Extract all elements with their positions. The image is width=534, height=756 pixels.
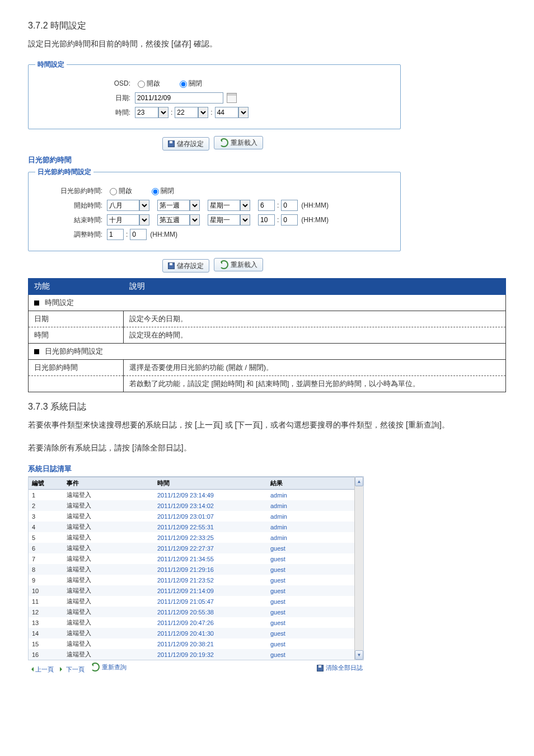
arrow-left-icon (29, 667, 34, 672)
save-icon (168, 262, 175, 269)
dst-save-label: 儲存設定 (177, 261, 204, 271)
dst-reload-label: 重新載入 (231, 260, 257, 270)
section-372-title: 3.7.2 時間設定 (28, 20, 506, 32)
log-th-result: 結果 (267, 477, 363, 490)
prev-page-button[interactable]: 上一頁 (29, 665, 54, 674)
table-row: 10遠端登入2011/12/09 21:14:09guest (29, 585, 363, 596)
save-icon (317, 665, 324, 672)
end-label: 結束時間: (35, 215, 107, 225)
osd-label: OSD: (35, 79, 135, 87)
dst-reload-button[interactable]: 重新載入 (214, 258, 263, 271)
date-label: 日期: (35, 93, 135, 103)
table-row: 9遠端登入2011/12/09 21:23:52guest (29, 575, 363, 585)
start-min-input[interactable] (281, 200, 298, 211)
time-reload-button[interactable]: 重新載入 (214, 136, 263, 149)
start-label: 開始時間: (35, 201, 107, 210)
start-month-input[interactable] (107, 200, 139, 211)
table-row: 4遠端登入2011/12/09 22:55:31admin (29, 522, 363, 532)
start-colon: : (277, 201, 279, 209)
requery-button[interactable]: 重新查詢 (91, 663, 127, 672)
scroll-up-icon[interactable]: ▲ (355, 477, 363, 486)
osd-on-text: 開啟 (147, 79, 160, 88)
start-day-select[interactable] (240, 200, 250, 211)
colon-2: : (210, 109, 212, 116)
table-row: 1遠端登入2011/12/09 23:14:49admin (29, 490, 363, 501)
end-day-input[interactable] (208, 214, 240, 226)
log-th-idx: 編號 (29, 477, 63, 490)
table-row: 8遠端登入2011/12/09 21:29:16guest (29, 564, 363, 575)
osd-off-radio[interactable]: 關閉 (177, 79, 202, 88)
save-icon (168, 140, 175, 147)
time-label: 時間: (35, 108, 135, 118)
start-hour-input[interactable] (258, 200, 275, 211)
minute-input[interactable] (175, 107, 198, 118)
adjust-colon: : (126, 231, 128, 238)
end-min-input[interactable] (281, 214, 298, 226)
end-month-select[interactable] (139, 214, 149, 226)
table-row: 7遠端登入2011/12/09 21:34:55guest (29, 553, 363, 564)
end-week-input[interactable] (157, 214, 190, 226)
end-colon: : (277, 216, 279, 224)
dst-legend: 日光節約時間設定 (35, 167, 93, 177)
reload-icon (219, 138, 228, 147)
section-372-intro: 設定日光節約時間和目前的時間，然後按 [儲存] 確認。 (28, 37, 506, 50)
next-page-button[interactable]: 下一頁 (60, 665, 85, 674)
end-month-input[interactable] (107, 214, 139, 226)
minute-select[interactable] (198, 107, 208, 118)
start-week-select[interactable] (190, 200, 200, 211)
second-select[interactable] (238, 107, 249, 118)
end-hour-input[interactable] (258, 214, 275, 226)
start-hhmm: (HH:MM) (301, 201, 329, 209)
start-week-input[interactable] (157, 200, 190, 211)
start-month-select[interactable] (139, 200, 149, 211)
table-row: 13遠端登入2011/12/09 20:47:26guest (29, 617, 363, 628)
adjust-min-input[interactable] (130, 229, 147, 240)
log-table: 編號 事件 時間 結果 1遠端登入2011/12/09 23:14:49admi… (29, 477, 363, 660)
dst-on-radio[interactable]: 開啟 (107, 186, 132, 196)
table-row: 15遠端登入2011/12/09 20:38:21guest (29, 638, 363, 649)
time-save-button[interactable]: 儲存設定 (162, 137, 209, 151)
adjust-label: 調整時間: (35, 230, 107, 240)
calendar-icon[interactable] (227, 93, 237, 103)
dst-off-radio[interactable]: 關閉 (149, 186, 174, 196)
clear-all-button[interactable]: 清除全部日誌 (317, 664, 363, 672)
log-scrollbar[interactable]: ▲ ▼ (354, 477, 363, 660)
dst-heading: 日光節約時間 (28, 155, 506, 165)
arrow-right-icon (60, 667, 64, 672)
desc-dst-note-key (29, 376, 124, 392)
reload-icon (219, 260, 228, 269)
table-row: 3遠端登入2011/12/09 23:01:07admin (29, 511, 363, 522)
start-day-input[interactable] (208, 200, 240, 211)
clear-all-label: 清除全部日誌 (326, 664, 363, 672)
desc-th-desc: 說明 (124, 279, 506, 295)
scroll-down-icon[interactable]: ▼ (355, 650, 363, 660)
description-table: 功能 說明 時間設定 日期 設定今天的日期。 時間 設定現在的時間。 日光節約時… (28, 278, 506, 392)
dst-off-text: 關閉 (161, 186, 174, 196)
dst-save-button[interactable]: 儲存設定 (162, 259, 209, 273)
end-week-select[interactable] (190, 214, 200, 226)
desc-date-key: 日期 (29, 311, 124, 327)
desc-th-func: 功能 (29, 279, 124, 295)
section-373-p1: 若要依事件類型來快速搜尋想要的系統日誌，按 [上一頁] 或 [下一頁]，或者勾選… (28, 419, 506, 431)
hour-select[interactable] (158, 107, 168, 118)
dst-label: 日光節約時間: (35, 186, 107, 196)
log-th-time: 時間 (154, 477, 267, 490)
desc-date-val: 設定今天的日期。 (124, 311, 506, 327)
date-input[interactable] (135, 92, 223, 104)
reload-icon (91, 663, 100, 672)
adjust-hhmm: (HH:MM) (150, 231, 177, 238)
hour-input[interactable] (135, 107, 158, 118)
desc-sub-dst: 日光節約時間設定 (29, 344, 506, 360)
dst-on-text: 開啟 (119, 186, 132, 196)
desc-dst-key: 日光節約時間 (29, 360, 124, 376)
table-row: 12遠端登入2011/12/09 20:55:38guest (29, 607, 363, 617)
adjust-hour-input[interactable] (107, 229, 124, 240)
table-row: 16遠端登入2011/12/09 20:19:32guest (29, 649, 363, 660)
osd-on-radio[interactable]: 開啟 (135, 79, 160, 88)
time-settings-panel: 時間設定 OSD: 開啟 關閉 日期: 時間: : : (28, 60, 506, 273)
second-input[interactable] (215, 107, 238, 118)
table-row: 5遠端登入2011/12/09 22:33:25admin (29, 532, 363, 543)
time-save-label: 儲存設定 (177, 139, 204, 149)
desc-time-val: 設定現在的時間。 (124, 327, 506, 344)
end-day-select[interactable] (240, 214, 250, 226)
